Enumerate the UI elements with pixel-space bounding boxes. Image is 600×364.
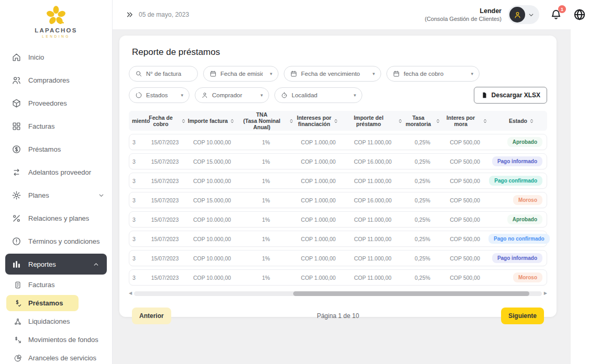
chevron-down-icon: [98, 192, 105, 199]
filter-comprador[interactable]: Comprador▾: [195, 87, 269, 103]
table-cell: 3: [129, 236, 143, 242]
sidebar-item-terminos-y-condiciones[interactable]: Términos y condiciones: [0, 230, 112, 253]
filter-estados[interactable]: Estados▾: [129, 87, 190, 103]
column-header-label: Intereses porfinanciación: [297, 115, 331, 127]
previous-page-button[interactable]: Anterior: [132, 308, 171, 324]
column-header-estado[interactable]: Estado: [488, 118, 547, 124]
column-header-interes-por-mora[interactable]: Interes por mora: [441, 115, 488, 127]
column-header-tna-tasa-nominal-anual[interactable]: TNA(Tasa Nominal Anual): [237, 111, 294, 130]
status-badge: Aprobado: [507, 137, 542, 147]
search-icon: [135, 70, 142, 77]
table-cell: 3: [129, 275, 143, 281]
page-indicator: Página 1 de 10: [317, 312, 359, 320]
sidebar-item-proveedores[interactable]: Proveedores: [0, 92, 112, 115]
filter-factura[interactable]: N° de factura: [129, 66, 198, 82]
calendar-icon: [393, 70, 400, 77]
sort-icon[interactable]: [229, 118, 235, 124]
sidebar-item-inicio[interactable]: Inicio: [0, 46, 112, 69]
flower-logo-icon: [45, 5, 67, 27]
sort-icon[interactable]: [435, 118, 441, 124]
filter-emision[interactable]: Fecha de emisión▾: [203, 66, 279, 82]
table-cell: COP 1.000,00: [295, 236, 342, 242]
table-row[interactable]: 315/07/2023COP 15.000,001%COP 1.000,00CO…: [129, 153, 547, 169]
table-cell: COP 15.000,00: [187, 158, 237, 165]
brand-name: LAPACHOS: [0, 27, 112, 33]
table-row[interactable]: 315/07/2023COP 10.000,001%COP 1.000,00CO…: [129, 269, 547, 286]
table-row[interactable]: 315/07/2023COP 10.000,001%COP 1.000,00CO…: [129, 211, 547, 228]
language-button[interactable]: [573, 8, 586, 21]
table-row[interactable]: 315/07/2023COP 10.000,001%COP 1.000,00CO…: [129, 250, 547, 266]
dollar-circle-icon: [12, 144, 21, 154]
column-header-importe-factura[interactable]: Importe factura: [186, 118, 237, 124]
sidebar-item-label: Reportes: [28, 260, 56, 268]
sidebar-subitem-label: Aranceles de servicios: [28, 354, 96, 362]
table-cell: COP 10.000,00: [187, 236, 237, 242]
status-badge: Pago confirmado: [489, 176, 542, 186]
table-cell: COP 11.000,00: [342, 178, 404, 184]
sidebar-item-facturas[interactable]: Facturas: [0, 115, 112, 138]
table-cell: 1%: [237, 139, 295, 145]
sidebar-item-relaciones-y-planes[interactable]: Relaciones y planes: [0, 207, 112, 230]
table-cell: COP 10.000,00: [187, 178, 237, 184]
table-cell: COP 500,00: [441, 139, 488, 145]
column-header-tasa-moratoria[interactable]: Tasa moratoria: [403, 115, 441, 127]
sidebar-subitem-movimientos-de-fondos[interactable]: Movimientos de fondos: [0, 331, 112, 349]
filter-localidad[interactable]: Localidad▾: [274, 87, 362, 103]
sidebar-subitem-facturas[interactable]: Facturas: [0, 276, 112, 294]
table-cell-status: Moroso: [488, 195, 547, 205]
column-header-intereses-por-financiacion[interactable]: Intereses porfinanciación: [294, 115, 341, 127]
notifications-button[interactable]: 1: [550, 8, 562, 21]
table-cell: COP 11.000,00: [342, 275, 404, 281]
user-menu[interactable]: [508, 5, 539, 24]
column-header-fecha-de-cobro[interactable]: Fecha de cobro: [142, 115, 186, 127]
table-cell-status: Pago informado: [488, 253, 547, 263]
sort-icon[interactable]: [333, 118, 339, 124]
sidebar-item-reportes[interactable]: Reportes: [5, 254, 107, 275]
sidebar-subitem-label: Movimientos de fondos: [28, 336, 98, 344]
scroll-left-icon[interactable]: ◀: [129, 291, 132, 295]
sort-icon[interactable]: [181, 118, 186, 124]
table-cell: 15/07/2023: [143, 158, 187, 165]
status-badge: Moroso: [513, 195, 542, 205]
filter-cobro[interactable]: fecha de cobro▾: [386, 66, 480, 82]
status-badge: Pago no confirmado: [488, 234, 550, 244]
sidebar-subitem-prestamos[interactable]: Préstamos: [6, 295, 79, 311]
table-row[interactable]: 315/07/2023COP 10.000,001%COP 1.000,00CO…: [129, 173, 547, 189]
caret-down-icon: ▾: [177, 93, 183, 98]
table-row[interactable]: 315/07/2023COP 15.000,001%COP 1.000,00CO…: [129, 192, 547, 208]
sort-icon[interactable]: [482, 118, 488, 124]
column-header-label: Tasa moratoria: [403, 115, 434, 127]
sidebar-item-compradores[interactable]: Compradores: [0, 69, 112, 92]
sidebar-expand-icon[interactable]: [126, 11, 134, 18]
table-row[interactable]: 315/07/2023COP 10.000,001%COP 1.000,00CO…: [129, 231, 547, 247]
sidebar-item-adelantos-proveedor[interactable]: Adelantos proveedor: [0, 161, 112, 184]
table-cell: 3: [129, 178, 143, 184]
sidebar-item-label: Planes: [28, 191, 49, 199]
sidebar-item-planes[interactable]: Planes: [0, 184, 112, 207]
column-header-importe-del-prestamo[interactable]: Importe del préstamo: [341, 115, 403, 127]
download-xlsx-button[interactable]: Descargar XLSX: [474, 87, 547, 104]
table-cell: COP 10.000,00: [187, 275, 237, 281]
sidebar-item-prestamos[interactable]: Préstamos: [0, 138, 112, 161]
filter-vencimiento[interactable]: Fecha de vencimiento▾: [284, 66, 381, 82]
loan-check-icon: [14, 299, 22, 308]
scrollbar-thumb[interactable]: [293, 291, 530, 296]
table-cell: COP 16.000,00: [342, 158, 404, 165]
sidebar-subitem-aranceles-de-servicios[interactable]: Aranceles de servicios: [0, 349, 112, 364]
sidebar-item-label: Compradores: [28, 76, 70, 84]
next-page-button[interactable]: Siguiente: [501, 308, 544, 324]
sidebar-subitem-label: Facturas: [28, 281, 55, 289]
table-cell: 1%: [237, 255, 295, 261]
table-row[interactable]: 315/07/2023COP 10.000,001%COP 1.000,00CO…: [129, 134, 547, 150]
sidebar-item-label: Relaciones y planes: [28, 214, 89, 222]
sidebar-subitem-liquidaciones[interactable]: Liquidaciones: [0, 312, 112, 331]
sort-icon[interactable]: [397, 118, 403, 124]
topbar: 05 de mayo, 2023 Lender (Consola Gestión…: [113, 0, 600, 29]
sort-icon[interactable]: [288, 118, 294, 124]
scroll-right-icon[interactable]: ▶: [544, 291, 547, 295]
transfer-icon: [12, 167, 21, 177]
sort-icon[interactable]: [529, 118, 535, 124]
status-badge: Aprobado: [507, 214, 542, 224]
table-cell-status: Aprobado: [488, 137, 547, 147]
table-cell: 1%: [237, 178, 295, 184]
